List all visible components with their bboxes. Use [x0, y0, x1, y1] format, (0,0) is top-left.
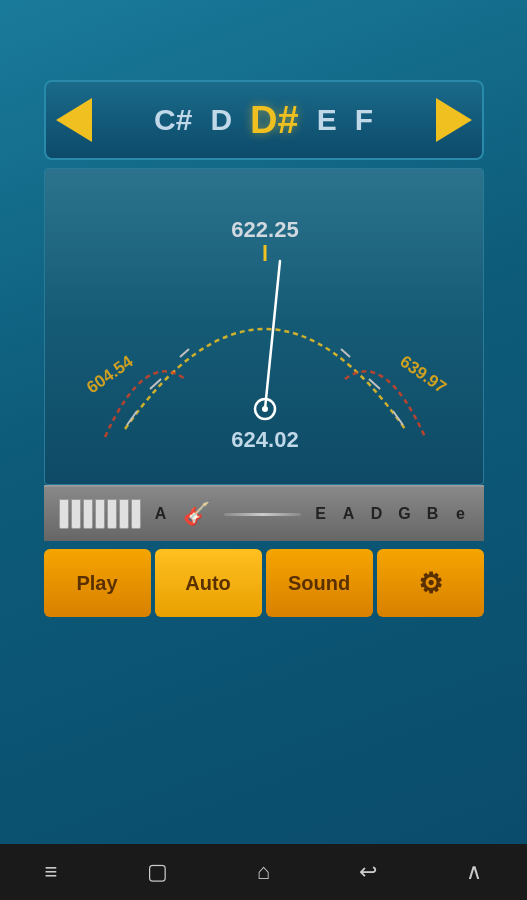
note-d-sharp-active[interactable]: D#	[250, 99, 299, 142]
home-icon[interactable]: ⌂	[257, 859, 270, 885]
svg-text:639.97: 639.97	[396, 352, 449, 397]
meter-panel: 622.25 604.54 639.97 624.02	[44, 168, 484, 485]
string-note-d[interactable]: D	[369, 505, 385, 523]
string-selector: A 🎸 E A D G B e	[44, 485, 484, 541]
piano-key-2[interactable]	[71, 499, 81, 529]
svg-line-6	[393, 411, 403, 425]
guitar-string-line	[224, 513, 301, 516]
notes-container: C# D D# E F	[92, 99, 436, 142]
svg-text:624.02: 624.02	[231, 427, 298, 452]
gear-icon: ⚙	[418, 567, 443, 600]
svg-line-10	[265, 261, 280, 409]
piano-key-1[interactable]	[59, 499, 69, 529]
note-e[interactable]: E	[317, 103, 337, 137]
svg-line-0	[127, 411, 137, 425]
auto-button[interactable]: Auto	[155, 549, 262, 617]
svg-line-5	[369, 379, 380, 389]
piano-key-6[interactable]	[119, 499, 129, 529]
up-icon[interactable]: ∧	[466, 859, 482, 885]
note-f[interactable]: F	[355, 103, 373, 137]
settings-button[interactable]: ⚙	[377, 549, 484, 617]
nav-bar: ≡ ▢ ⌂ ↩ ∧	[0, 844, 527, 900]
piano-key-7[interactable]	[131, 499, 141, 529]
string-note-b[interactable]: B	[425, 505, 441, 523]
svg-point-12	[262, 406, 268, 412]
note-d[interactable]: D	[210, 103, 232, 137]
gauge-container: 622.25 604.54 639.97 624.02	[65, 189, 465, 469]
string-note-e-high[interactable]: e	[453, 505, 469, 523]
back-icon[interactable]: ↩	[359, 859, 377, 885]
svg-line-2	[180, 349, 189, 357]
note-selector: C# D D# E F	[44, 80, 484, 160]
piano-key-5[interactable]	[107, 499, 117, 529]
piano-key-3[interactable]	[83, 499, 93, 529]
play-button[interactable]: Play	[44, 549, 151, 617]
svg-line-4	[341, 349, 350, 357]
svg-line-1	[150, 379, 161, 389]
string-note-g[interactable]: G	[397, 505, 413, 523]
next-note-button[interactable]	[436, 98, 472, 142]
svg-text:604.54: 604.54	[83, 351, 137, 397]
prev-note-button[interactable]	[56, 98, 92, 142]
note-c-sharp[interactable]: C#	[154, 103, 192, 137]
piano-keys	[59, 499, 141, 529]
guitar-tuning-icon: 🎸	[183, 501, 210, 527]
recent-apps-icon[interactable]: ▢	[147, 859, 168, 885]
string-note-a[interactable]: A	[341, 505, 357, 523]
svg-text:622.25: 622.25	[231, 217, 298, 242]
menu-icon[interactable]: ≡	[45, 859, 58, 885]
sound-button[interactable]: Sound	[266, 549, 373, 617]
string-note-e-low[interactable]: E	[313, 505, 329, 523]
piano-key-4[interactable]	[95, 499, 105, 529]
string-note-a-label: A	[153, 505, 169, 523]
action-buttons: Play Auto Sound ⚙	[44, 549, 484, 617]
